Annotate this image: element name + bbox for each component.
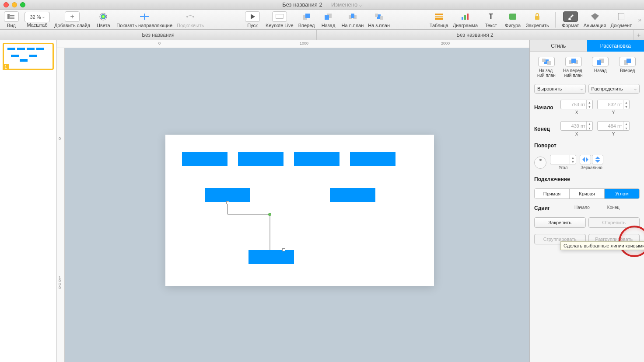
- end-label: Конец: [534, 126, 556, 132]
- diamond-icon: [588, 11, 602, 22]
- end-x-input[interactable]: 439 пт▲▼: [560, 121, 593, 131]
- svg-rect-21: [380, 16, 383, 20]
- svg-rect-1: [10, 15, 14, 16]
- view-button[interactable]: Вид: [3, 11, 20, 28]
- view-icon: [4, 11, 19, 22]
- align-dropdown[interactable]: Выровнять⌵: [534, 84, 586, 94]
- zoom-button[interactable]: 32 %⌵ Масштаб: [24, 12, 50, 28]
- shape-icon: [505, 11, 520, 22]
- horizontal-ruler: 0 1000 2000: [57, 40, 529, 48]
- chart-button[interactable]: Диаграмма: [453, 11, 478, 28]
- toolbar-overflow-icon[interactable]: »: [638, 16, 641, 23]
- guides-button[interactable]: Показать направляющие: [116, 11, 172, 28]
- tab-style[interactable]: Стиль: [530, 40, 587, 52]
- keynote-live-button[interactable]: Keynote Live: [266, 11, 294, 28]
- shape-rect[interactable]: [205, 188, 250, 202]
- connection-angled-button[interactable]: Углом: [605, 189, 639, 198]
- start-x-input[interactable]: 753 пт▲▼: [560, 100, 593, 109]
- shape-button[interactable]: Фигура: [504, 11, 522, 28]
- animation-button[interactable]: Анимация: [584, 11, 606, 28]
- shape-rect[interactable]: [238, 152, 284, 166]
- layer-back-icon: [538, 57, 555, 66]
- layer-forward-icon: [299, 11, 314, 22]
- connector-line[interactable]: [226, 202, 274, 251]
- svg-rect-20: [375, 14, 378, 17]
- play-button[interactable]: Пуск: [244, 11, 261, 28]
- svg-rect-24: [435, 18, 443, 20]
- bring-forward-button[interactable]: Вперед: [298, 11, 315, 28]
- lock-button[interactable]: Закрепить: [526, 11, 549, 28]
- end-y-input[interactable]: 484 пт▲▼: [597, 121, 630, 131]
- svg-rect-13: [305, 14, 310, 18]
- chevron-down-icon: ⌵: [581, 87, 583, 91]
- slide-thumbnail-1[interactable]: [3, 43, 54, 70]
- svg-rect-36: [571, 59, 576, 63]
- color-wheel-icon: [96, 11, 111, 22]
- tab-arrange[interactable]: Расстановка: [587, 40, 644, 52]
- svg-point-5: [101, 14, 106, 19]
- format-button[interactable]: Формат: [562, 11, 579, 28]
- angle-input[interactable]: ▲▼: [550, 155, 576, 164]
- main-area: 0 1000 2000 0 1 0 0 0: [0, 40, 644, 362]
- bring-to-front-button[interactable]: На перед- ний план: [561, 57, 586, 78]
- distribute-dropdown[interactable]: Распределить⌵: [588, 84, 640, 94]
- table-button[interactable]: Таблица: [430, 11, 448, 28]
- connection-straight-button[interactable]: Прямая: [535, 189, 570, 198]
- svg-rect-29: [535, 16, 539, 20]
- layer-front-icon: [345, 11, 360, 22]
- tab-untitled-1[interactable]: Без названия: [0, 30, 317, 40]
- svg-rect-33: [547, 61, 551, 65]
- connector-handle-end[interactable]: [282, 248, 285, 251]
- svg-rect-25: [462, 17, 463, 20]
- svg-rect-28: [509, 14, 516, 20]
- layer-forward-icon: [619, 57, 636, 66]
- flip-vertical-button[interactable]: [592, 155, 603, 164]
- connect-button[interactable]: Подключить: [177, 11, 204, 28]
- connection-curve-button[interactable]: Кривая: [570, 189, 605, 198]
- shape-rect[interactable]: [350, 152, 396, 166]
- send-backward-button[interactable]: Назад: [320, 11, 337, 28]
- connector-handle-start[interactable]: [226, 201, 229, 204]
- bring-to-front-button[interactable]: На п.план: [342, 11, 364, 28]
- shape-rect[interactable]: [294, 152, 340, 166]
- lock-icon: [530, 11, 545, 22]
- slide-canvas[interactable]: [65, 48, 529, 362]
- bring-forward-button[interactable]: Вперед: [615, 57, 640, 78]
- svg-rect-23: [435, 16, 443, 17]
- layer-backward-icon: [592, 57, 609, 66]
- offset-label: Сдвиг: [534, 205, 550, 211]
- add-slide-button[interactable]: + Добавить слайд: [54, 11, 90, 28]
- start-y-input[interactable]: 832 пт▲▼: [597, 100, 630, 109]
- shape-rect[interactable]: [248, 250, 294, 264]
- svg-rect-27: [467, 14, 469, 20]
- svg-rect-10: [276, 14, 284, 18]
- plus-icon: +: [65, 11, 80, 22]
- lock-object-button[interactable]: Закрепить: [534, 217, 586, 228]
- vertical-ruler: 0 1 0 0 0: [57, 48, 65, 362]
- slide-navigator[interactable]: [0, 40, 57, 362]
- start-label: Начало: [534, 104, 556, 111]
- text-button[interactable]: T Текст: [482, 11, 500, 28]
- colors-button[interactable]: Цвета: [94, 11, 112, 28]
- brush-icon: [563, 11, 578, 22]
- format-inspector: Стиль Расстановка На зад- ний план На пе…: [529, 40, 644, 362]
- send-to-back-button[interactable]: На зад- ний план: [534, 57, 559, 78]
- shape-rect[interactable]: [182, 152, 228, 166]
- title-chevron-icon[interactable]: ⌵: [359, 3, 362, 7]
- screen-icon: [272, 11, 287, 22]
- svg-rect-32: [542, 59, 546, 62]
- document-icon: [614, 11, 629, 22]
- send-backward-button[interactable]: Назад: [588, 57, 613, 78]
- send-to-back-button[interactable]: На з.план: [368, 11, 390, 28]
- connector-handle-mid[interactable]: [268, 213, 271, 216]
- new-tab-button[interactable]: +: [634, 30, 644, 40]
- main-toolbar: Вид 32 %⌵ Масштаб + Добавить слайд Цвета…: [0, 10, 644, 30]
- rotation-dial[interactable]: [534, 157, 546, 169]
- svg-rect-2: [10, 17, 14, 17]
- shape-rect[interactable]: [330, 188, 375, 202]
- flip-horizontal-button[interactable]: [580, 155, 591, 164]
- document-button[interactable]: Документ: [610, 11, 632, 28]
- unlock-object-button[interactable]: Открепить: [588, 217, 640, 228]
- svg-rect-18: [351, 14, 354, 18]
- tab-untitled-2[interactable]: Без названия 2: [317, 30, 634, 40]
